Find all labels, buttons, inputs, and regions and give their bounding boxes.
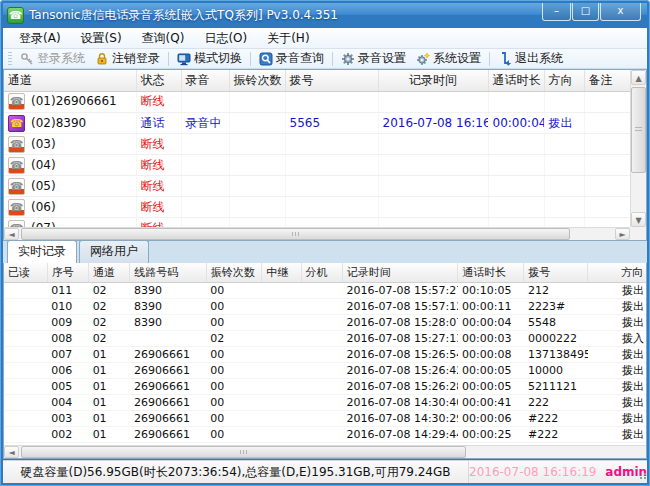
scrollbar-thumb[interactable]	[21, 228, 570, 240]
column-header[interactable]: 记录时间	[378, 70, 488, 91]
scroll-left-icon[interactable]: ◄	[4, 446, 19, 458]
record-query-button[interactable]: 录音查询	[254, 49, 329, 68]
channel-row[interactable]: (06)断线	[4, 197, 632, 218]
channel-horizontal-scrollbar[interactable]: ◄ ►	[4, 227, 630, 240]
menu-log[interactable]: 日志(O)	[194, 28, 257, 49]
toolbar: 登录系统 注销登录 模式切换 录音查询 录音设置 系统设置 退出系统	[3, 49, 647, 69]
column-header[interactable]: 录音	[181, 70, 229, 91]
channel-vertical-scrollbar[interactable]: ▲ ▼	[630, 70, 646, 227]
toolbar-separator	[489, 52, 490, 66]
channel-label: (06)	[31, 200, 56, 214]
column-header[interactable]: 已读	[4, 263, 47, 282]
column-header[interactable]: 记录时间	[342, 263, 458, 282]
menu-query[interactable]: 查询(Q)	[132, 28, 195, 49]
records-table-header: 已读序号通道线路号码振铃次数中继分机记录时间通话时长拨号方向	[4, 263, 647, 282]
record-row[interactable]: 0030126906661002016-07-08 14:30:2900:00:…	[4, 410, 646, 426]
logout-lock-icon	[95, 52, 109, 66]
column-header[interactable]: 方向	[588, 263, 647, 282]
logout-login-button[interactable]: 注销登录	[90, 49, 165, 68]
mode-switch-button[interactable]: 模式切换	[172, 49, 247, 68]
phone-offline-icon	[8, 178, 25, 195]
column-header[interactable]: 线路号码	[130, 263, 206, 282]
record-row[interactable]: 0020126906661002016-07-08 14:29:4400:00:…	[4, 426, 646, 442]
tab-network-users[interactable]: 网络用户	[79, 240, 149, 263]
login-system-button[interactable]: 登录系统	[15, 49, 90, 68]
scroll-right-icon[interactable]: ►	[615, 228, 630, 240]
column-header[interactable]: 通道	[89, 263, 130, 282]
record-query-icon	[259, 52, 273, 66]
column-header[interactable]: 状态	[136, 70, 181, 91]
record-row[interactable]: 011028390002016-07-08 15:57:2700:10:0521…	[4, 283, 646, 299]
disk-capacity-status: 硬盘容量(D)56.95GB(时长2073:36:54),总容量(D,E)195…	[3, 461, 469, 483]
titlebar: ☎ Tansonic唐信电话录音系统[嵌入式TQ系列] Pv3.0.4.351 …	[3, 3, 647, 28]
column-header[interactable]: 拨号	[524, 263, 588, 282]
channel-label: (03)	[31, 137, 56, 151]
column-header[interactable]: 方向	[544, 70, 584, 91]
column-header[interactable]: 序号	[47, 263, 88, 282]
channel-label: (04)	[31, 158, 56, 172]
menubar: 登录(A) 设置(S) 查询(Q) 日志(O) 关于(H)	[3, 28, 647, 49]
scrollbar-corner	[630, 227, 646, 240]
channel-monitor-pane: 通道状态录音振铃次数拨号记录时间通话时长方向备注 (01)26906661断线(…	[3, 69, 647, 241]
phone-talking-icon	[8, 115, 25, 132]
phone-offline-icon	[8, 199, 25, 216]
app-window: ☎ Tansonic唐信电话录音系统[嵌入式TQ系列] Pv3.0.4.351 …	[0, 0, 650, 486]
mode-switch-icon	[177, 52, 191, 66]
login-key-icon	[20, 52, 34, 66]
phone-offline-icon	[8, 157, 25, 174]
record-settings-button[interactable]: 录音设置	[336, 49, 411, 68]
record-row[interactable]: 0070126906661002016-07-08 15:26:5400:00:…	[4, 346, 646, 362]
close-button[interactable]: x	[600, 3, 641, 21]
records-pane: 已读序号通道线路号码振铃次数中继分机记录时间通话时长拨号方向 011028390…	[3, 263, 647, 459]
statusbar: 硬盘容量(D)56.95GB(时长2073:36:54),总容量(D,E)195…	[3, 460, 647, 483]
scroll-left-icon[interactable]: ◄	[4, 228, 19, 240]
record-row[interactable]: 0050126906661002016-07-08 15:26:2800:00:…	[4, 378, 646, 394]
channel-row[interactable]: (04)断线	[4, 155, 632, 176]
menu-settings[interactable]: 设置(S)	[71, 28, 132, 49]
column-header[interactable]: 拨号	[285, 70, 378, 91]
channel-row[interactable]: (01)26906661断线	[4, 92, 632, 113]
scrollbar-thumb[interactable]	[631, 87, 646, 173]
record-row[interactable]: 0040126906661002016-07-08 14:30:4000:00:…	[4, 394, 646, 410]
column-header[interactable]: 分机	[301, 263, 342, 282]
maximize-button[interactable]: □	[572, 3, 599, 21]
scroll-up-icon[interactable]: ▲	[631, 70, 646, 85]
channel-label: (01)26906661	[31, 94, 117, 108]
column-header[interactable]: 备注	[584, 70, 632, 91]
minimize-button[interactable]: –	[542, 3, 571, 21]
column-header[interactable]: 通道	[4, 70, 136, 91]
exit-icon	[498, 52, 512, 66]
channel-table-header: 通道状态录音振铃次数拨号记录时间通话时长方向备注	[4, 70, 632, 91]
column-header[interactable]: 中继	[262, 263, 301, 282]
record-row[interactable]: 0060126906661002016-07-08 15:26:4200:00:…	[4, 362, 646, 378]
channel-row[interactable]: (02)8390通话录音中55652016-07-08 16:16:1400:0…	[4, 113, 632, 134]
scroll-down-icon[interactable]: ▼	[631, 212, 646, 227]
channel-row[interactable]: (05)断线	[4, 176, 632, 197]
phone-offline-icon	[8, 93, 25, 110]
scrollbar-thumb[interactable]	[21, 446, 466, 458]
tab-realtime-records[interactable]: 实时记录	[7, 240, 77, 264]
record-row[interactable]: 00802022016-07-08 15:27:1300:00:03000022…	[4, 330, 646, 346]
system-settings-button[interactable]: 系统设置	[411, 49, 486, 68]
records-horizontal-scrollbar[interactable]: ◄ ►	[4, 445, 646, 458]
channel-label: (05)	[31, 179, 56, 193]
toolbar-separator	[250, 52, 251, 66]
column-header[interactable]: 通话时长	[488, 70, 544, 91]
channel-table: 通道状态录音振铃次数拨号记录时间通话时长方向备注	[4, 70, 633, 92]
column-header[interactable]: 通话时长	[458, 263, 524, 282]
exit-system-button[interactable]: 退出系统	[493, 49, 568, 68]
column-header[interactable]: 振铃次数	[229, 70, 285, 91]
record-row[interactable]: 009028390002016-07-08 15:28:0700:00:0455…	[4, 314, 646, 330]
record-settings-icon	[341, 52, 355, 66]
status-datetime: 2016-07-08 16:16:19	[469, 465, 596, 479]
menu-login[interactable]: 登录(A)	[9, 28, 71, 49]
column-header[interactable]: 振铃次数	[206, 263, 262, 282]
system-settings-icon	[416, 52, 430, 66]
channel-row[interactable]: (03)断线	[4, 134, 632, 155]
menu-about[interactable]: 关于(H)	[257, 28, 319, 49]
resize-grip[interactable]	[638, 473, 646, 481]
records-table: 已读序号通道线路号码振铃次数中继分机记录时间通话时长拨号方向	[4, 263, 647, 283]
record-row[interactable]: 010028390002016-07-08 15:57:1200:00:1122…	[4, 298, 646, 314]
tabbar: 实时记录 网络用户	[3, 241, 647, 263]
app-phone-icon: ☎	[7, 7, 24, 24]
